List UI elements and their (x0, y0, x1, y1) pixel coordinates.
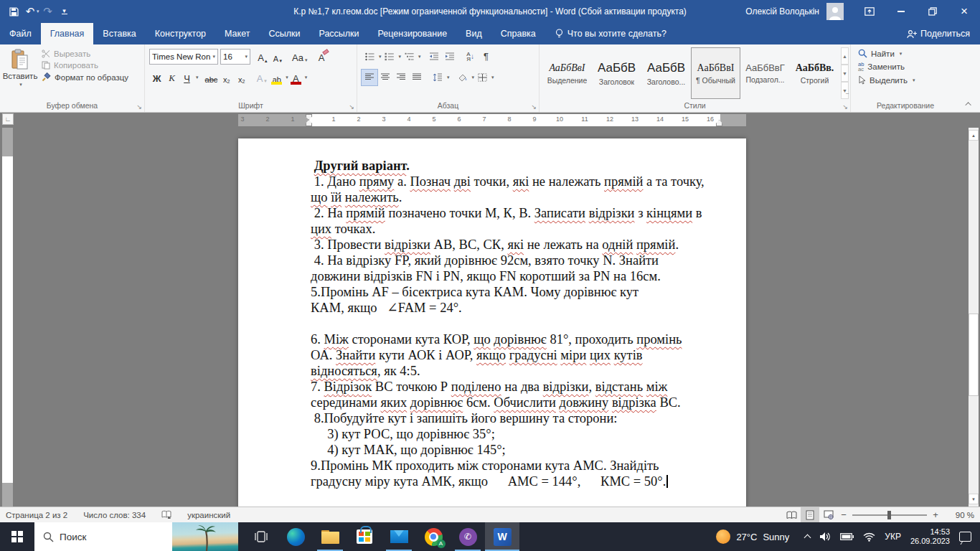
numbering-button[interactable] (382, 49, 397, 65)
sort-button[interactable]: АЯ↓ (463, 49, 479, 65)
tab-help[interactable]: Справка (491, 23, 545, 44)
clock[interactable]: 14:53 26.09.2023 (910, 527, 950, 546)
taskbar-explorer-button[interactable] (313, 522, 347, 551)
action-center-icon[interactable] (959, 532, 971, 542)
style-heading1[interactable]: АаБбВЗаголовок (593, 48, 641, 98)
minimize-button[interactable] (885, 0, 917, 23)
zoom-level[interactable]: 90 % (946, 511, 974, 519)
proofing-errors-icon[interactable] (161, 510, 171, 519)
shrink-font-button[interactable]: А▼ (270, 49, 286, 65)
font-color-button[interactable]: А (288, 70, 303, 85)
undo-button[interactable]: ↶ (22, 3, 38, 20)
scroll-up-icon[interactable]: ▲ (969, 130, 979, 141)
customize-qat-icon[interactable]: ▾ (57, 3, 72, 20)
weather-widget[interactable]: 27°C Sunny (709, 522, 796, 551)
taskbar-edge-button[interactable] (278, 522, 313, 551)
hidden-icons-chevron[interactable] (804, 534, 811, 542)
styles-scroll-down-icon[interactable]: ▼ (841, 65, 849, 82)
styles-scroll-up-icon[interactable]: ▲ (841, 47, 849, 65)
font-dialog-launcher[interactable]: ↘ (349, 103, 354, 110)
scroll-down-icon[interactable]: ▼ (969, 494, 979, 504)
superscript-button[interactable]: x2 (234, 70, 249, 85)
multilevel-dropdown-icon[interactable]: ▾ (418, 54, 421, 60)
taskbar-viber-button[interactable]: ✆ (451, 522, 485, 551)
borders-dropdown-icon[interactable]: ▾ (491, 75, 494, 80)
taskbar-word-button[interactable]: W (485, 522, 519, 551)
tab-layout[interactable]: Макет (215, 23, 259, 44)
zoom-slider-thumb[interactable] (887, 511, 891, 519)
grow-font-button[interactable]: А▲ (255, 49, 270, 65)
tab-design[interactable]: Конструктор (146, 23, 215, 44)
format-painter-button[interactable]: Формат по образцу (42, 72, 128, 82)
underline-dropdown-icon[interactable]: ▾ (196, 75, 199, 80)
vertical-scrollbar[interactable]: ▲ ▼ (969, 128, 979, 507)
align-left-button[interactable] (362, 70, 377, 85)
collapse-ribbon-button[interactable] (964, 100, 974, 108)
print-layout-button[interactable] (801, 507, 819, 522)
paste-button[interactable]: Вставить ▾ (1, 47, 39, 100)
taskbar-store-button[interactable] (347, 522, 382, 551)
show-formatting-marks-button[interactable]: ¶ (479, 49, 494, 65)
shading-button[interactable] (455, 70, 471, 85)
subscript-button[interactable]: x2 (219, 70, 234, 85)
font-family-select[interactable]: Times New Ron▾ (149, 49, 218, 65)
change-case-button[interactable]: Аа▾ (291, 49, 309, 65)
language-indicator[interactable]: украинский (187, 511, 230, 519)
share-button[interactable]: Поделиться (907, 23, 980, 44)
taskbar-mail-button[interactable] (382, 522, 416, 551)
select-button[interactable]: Выделить▾ (858, 75, 915, 85)
text-effects-button[interactable]: А▾ (254, 70, 269, 85)
font-color-dropdown-icon[interactable]: ▾ (305, 75, 308, 80)
save-icon[interactable] (6, 3, 22, 20)
styles-gallery-expand-icon[interactable]: ▼̲ (841, 82, 849, 99)
styles-dialog-launcher[interactable]: ↘ (842, 103, 848, 110)
horizontal-ruler[interactable]: 321 12345678910111213141516 (238, 114, 746, 126)
document-page[interactable]: Другий варіант. 1. Дано пряму а. Познач … (238, 138, 746, 507)
borders-button[interactable] (474, 70, 490, 85)
italic-button[interactable]: К (164, 70, 179, 85)
tab-stop-selector[interactable]: ∟ (2, 113, 14, 125)
style-subtitle[interactable]: АаБбВвГПодзагол... (741, 48, 789, 98)
paste-dropdown-icon[interactable]: ▾ (19, 82, 22, 88)
zoom-in-button[interactable]: + (930, 509, 941, 520)
copy-button[interactable]: Копировать (42, 61, 128, 70)
scrollbar-thumb[interactable] (969, 314, 979, 396)
tell-me-box[interactable]: Что вы хотите сделать? (555, 23, 666, 44)
zoom-out-button[interactable]: − (838, 509, 849, 520)
wifi-icon[interactable] (863, 532, 875, 542)
cut-button[interactable]: Вырезать (42, 50, 128, 58)
taskbar-search-box[interactable]: Поиск (34, 522, 238, 551)
undo-dropdown-icon[interactable]: ▾ (37, 9, 39, 14)
strikethrough-button[interactable]: abc (204, 70, 220, 85)
task-view-button[interactable] (244, 522, 278, 551)
highlight-button[interactable]: ab (269, 70, 284, 85)
zoom-slider[interactable] (852, 514, 927, 516)
close-button[interactable]: × (948, 0, 980, 23)
vertical-ruler[interactable] (2, 128, 13, 507)
taskbar-chrome-button[interactable]: А (416, 522, 451, 551)
account-name[interactable]: Олексій Володькін (745, 6, 819, 17)
avatar[interactable] (826, 3, 844, 20)
start-button[interactable] (0, 522, 34, 551)
language-switcher[interactable]: УКР (885, 532, 901, 542)
style-heading2[interactable]: АаБбВЗаголово... (642, 48, 690, 98)
multilevel-list-button[interactable] (401, 49, 417, 65)
tab-insert[interactable]: Вставка (93, 23, 145, 44)
tab-mailings[interactable]: Рассылки (309, 23, 368, 44)
speaker-icon[interactable] (819, 532, 831, 542)
find-button[interactable]: Найти▾ (858, 49, 915, 58)
tab-review[interactable]: Рецензирование (369, 23, 457, 44)
decrease-indent-button[interactable] (426, 49, 442, 65)
justify-button[interactable] (409, 70, 425, 85)
paragraph-dialog-launcher[interactable]: ↘ (531, 103, 537, 110)
bullets-button[interactable] (362, 49, 377, 65)
bold-button[interactable]: Ж (149, 70, 164, 85)
line-spacing-button[interactable] (430, 70, 446, 85)
align-center-button[interactable] (377, 70, 393, 85)
style-strong[interactable]: АаБбВв.Строгий (791, 48, 839, 98)
restore-button[interactable] (917, 0, 948, 23)
battery-icon[interactable] (840, 533, 854, 540)
align-right-button[interactable] (393, 70, 409, 85)
web-layout-button[interactable] (819, 507, 838, 522)
increase-indent-button[interactable] (442, 49, 458, 65)
